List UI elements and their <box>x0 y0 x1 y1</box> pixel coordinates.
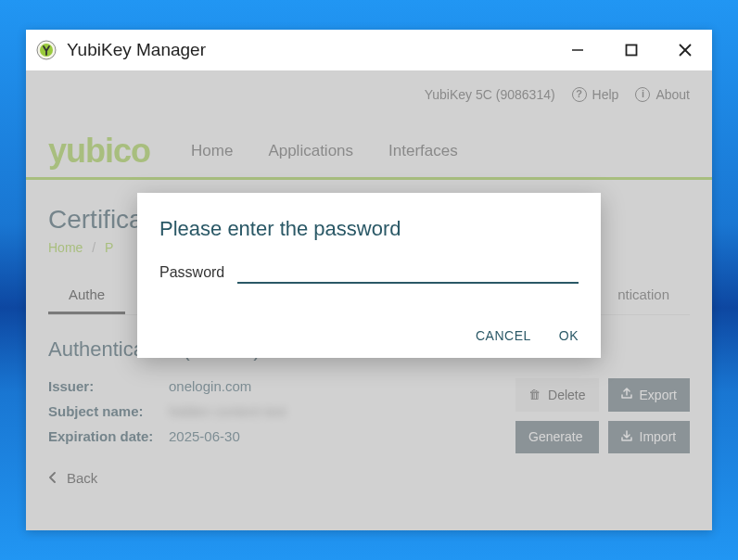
maximize-icon <box>625 44 638 57</box>
svg-rect-3 <box>627 45 637 56</box>
breadcrumb-sep: / <box>92 240 95 255</box>
delete-label: Delete <box>548 388 585 402</box>
chevron-left-icon <box>48 470 57 486</box>
expiry-value: 2025-06-30 <box>169 428 240 444</box>
cancel-button[interactable]: CANCEL <box>476 328 531 343</box>
export-label: Export <box>640 388 677 402</box>
close-button[interactable] <box>658 30 712 70</box>
about-link[interactable]: i About <box>635 87 690 102</box>
export-button[interactable]: Export <box>608 378 690 412</box>
minimize-icon <box>571 44 584 57</box>
delete-button[interactable]: 🗑 Delete <box>515 378 598 412</box>
expiry-label: Expiration date: <box>48 428 169 444</box>
device-label: YubiKey 5C (9086314) <box>425 87 555 102</box>
ok-button[interactable]: OK <box>559 328 579 343</box>
subject-value: hidden content text <box>169 403 286 419</box>
maximize-button[interactable] <box>604 30 658 70</box>
breadcrumb-next[interactable]: P <box>105 240 113 255</box>
nav-row: yubico Home Applications Interfaces <box>26 124 712 180</box>
issuer-row: Issuer: onelogin.com <box>48 378 515 394</box>
password-row: Password <box>159 261 579 284</box>
about-label: About <box>655 87 690 102</box>
desktop-background: YubiKey Manager YubiKey 5C (9086314) ? H… <box>0 0 738 560</box>
generate-button[interactable]: Generate <box>515 421 598 454</box>
help-label: Help <box>592 87 619 102</box>
expiry-row: Expiration date: 2025-06-30 <box>48 428 515 444</box>
nav-applications[interactable]: Applications <box>268 142 353 160</box>
cert-actions: 🗑 Delete Export Generate <box>515 378 690 453</box>
subject-row: Subject name: hidden content text <box>48 403 515 419</box>
back-button[interactable]: Back <box>48 470 690 486</box>
issuer-value: onelogin.com <box>169 378 251 394</box>
breadcrumb-home[interactable]: Home <box>48 240 83 255</box>
password-input[interactable] <box>237 261 579 284</box>
subject-label: Subject name: <box>48 403 169 419</box>
details-left: Issuer: onelogin.com Subject name: hidde… <box>48 378 515 453</box>
import-label: Import <box>640 429 677 444</box>
window-controls <box>551 30 712 70</box>
nav-interfaces[interactable]: Interfaces <box>388 142 458 160</box>
import-icon <box>621 430 632 444</box>
back-label: Back <box>67 470 97 486</box>
nav-home[interactable]: Home <box>191 142 233 160</box>
tab-other[interactable]: ntication <box>597 277 690 314</box>
password-label: Password <box>159 264 224 281</box>
yubico-logo: yubico <box>48 132 150 171</box>
top-links: YubiKey 5C (9086314) ? Help i About <box>425 87 690 102</box>
export-icon <box>621 388 632 401</box>
generate-label: Generate <box>528 429 582 444</box>
dialog-actions: CANCEL OK <box>159 328 579 343</box>
details-row: Issuer: onelogin.com Subject name: hidde… <box>48 378 690 453</box>
close-icon <box>679 44 692 57</box>
help-icon: ? <box>572 87 587 102</box>
tab-authentication[interactable]: Authe <box>48 277 125 314</box>
titlebar: YubiKey Manager <box>26 30 712 70</box>
window-title: YubiKey Manager <box>67 40 551 60</box>
info-icon: i <box>635 87 650 102</box>
dialog-title: Please enter the password <box>159 217 579 241</box>
yubikey-app-icon <box>35 39 57 61</box>
password-dialog: Please enter the password Password CANCE… <box>137 193 601 358</box>
minimize-button[interactable] <box>551 30 604 70</box>
app-window: YubiKey Manager YubiKey 5C (9086314) ? H… <box>26 30 712 530</box>
import-button[interactable]: Import <box>608 421 690 454</box>
issuer-label: Issuer: <box>48 378 169 394</box>
help-link[interactable]: ? Help <box>572 87 619 102</box>
trash-icon: 🗑 <box>528 388 541 401</box>
